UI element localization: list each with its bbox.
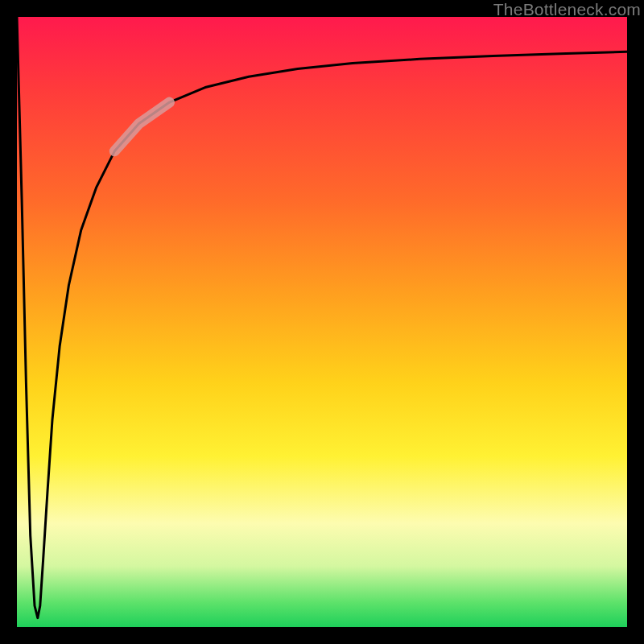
highlight-segment [114,102,169,151]
curve-layer [17,17,627,627]
chart-plot-area [17,17,627,627]
bottleneck-chart: TheBottleneck.com [0,0,644,644]
bottleneck-curve [17,17,627,618]
